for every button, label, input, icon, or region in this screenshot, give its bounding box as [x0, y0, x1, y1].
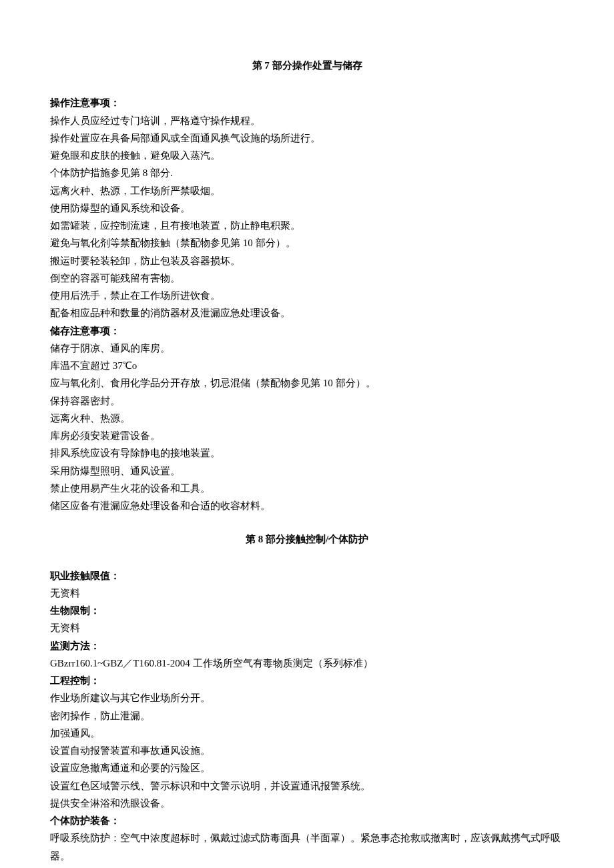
storage-line: 库房必须安装避雷设备。	[50, 427, 564, 444]
storage-line: 保持容器密封。	[50, 392, 564, 410]
engineering-line: 作业场所建议与其它作业场所分开。	[50, 689, 564, 707]
section-7-title: 第 7 部分操作处置与储存	[50, 57, 564, 74]
operation-line: 配备相应品种和数量的消防器材及泄漏应急处理设备。	[50, 304, 564, 322]
operation-line: 操作处置应在具备局部通风或全面通风换气设施的场所进行。	[50, 129, 564, 147]
storage-line: 应与氧化剂、食用化学品分开存放，切忌混储（禁配物参见第 10 部分）。	[50, 374, 564, 392]
storage-line: 禁止使用易产生火花的设备和工具。	[50, 480, 564, 497]
engineering-line: 提供安全淋浴和洗眼设备。	[50, 795, 564, 812]
operation-heading: 操作注意事项：	[50, 94, 564, 111]
biological-heading: 生物限制：	[50, 602, 564, 619]
engineering-line: 加强通风。	[50, 725, 564, 742]
operation-line: 操作人员应经过专门培训，严格遵守操作规程。	[50, 112, 564, 129]
operation-line: 使用后洗手，禁止在工作场所进饮食。	[50, 287, 564, 304]
ppe-line: 手防护：戴橡胶耐油手套。	[50, 865, 564, 868]
monitoring-heading: 监测方法：	[50, 637, 564, 655]
biological-line: 无资料	[50, 619, 564, 636]
storage-line: 远离火种、热源。	[50, 410, 564, 427]
ppe: 个体防护装备： 呼吸系统防护：空气中浓度超标时，佩戴过滤式防毒面具（半面罩）。紧…	[50, 812, 564, 868]
section-8: 第 8 部分接触控制/个体防护 职业接触限值： 无资料 生物限制： 无资料 监测…	[50, 530, 564, 868]
occupational-line: 无资料	[50, 584, 564, 602]
storage-line: 库温不宜超过 37℃o	[50, 357, 564, 374]
operation-line: 避免眼和皮肤的接触，避免吸入蒸汽。	[50, 147, 564, 164]
operation-line: 如需罐装，应控制流速，且有接地装置，防止静电积聚。	[50, 217, 564, 234]
engineering-line: 设置应急撤离通道和必要的污险区。	[50, 759, 564, 777]
operation-line: 使用防爆型的通风系统和设备。	[50, 199, 564, 217]
ppe-line: 呼吸系统防护：空气中浓度超标时，佩戴过滤式防毒面具（半面罩）。紧急事态抢救或撤离…	[50, 829, 564, 865]
storage-line: 排风系统应设有导除静电的接地装置。	[50, 444, 564, 462]
engineering-heading: 工程控制：	[50, 672, 564, 689]
operation-precautions: 操作注意事项： 操作人员应经过专门培训，严格遵守操作规程。 操作处置应在具备局部…	[50, 94, 564, 322]
occupational-heading: 职业接触限值：	[50, 567, 564, 584]
engineering-line: 密闭操作，防止泄漏。	[50, 707, 564, 725]
engineering-line: 设置红色区域警示线、警示标识和中文警示说明，并设置通讯报警系统。	[50, 777, 564, 795]
monitoring-method: 监测方法： GBzrr160.1~GBZ／T160.81-2004 工作场所空气…	[50, 637, 564, 673]
storage-line: 储区应备有泄漏应急处理设备和合适的收容材料。	[50, 497, 564, 514]
ppe-heading: 个体防护装备：	[50, 812, 564, 829]
storage-line: 采用防爆型照明、通风设置。	[50, 462, 564, 480]
engineering-control: 工程控制： 作业场所建议与其它作业场所分开。 密闭操作，防止泄漏。 加强通风。 …	[50, 672, 564, 812]
occupational-exposure: 职业接触限值： 无资料	[50, 567, 564, 602]
monitoring-line: GBzrr160.1~GBZ／T160.81-2004 工作场所空气有毒物质测定…	[50, 655, 564, 672]
section-8-title: 第 8 部分接触控制/个体防护	[50, 530, 564, 548]
engineering-line: 设置自动报警装置和事故通风设施。	[50, 742, 564, 759]
biological-limit: 生物限制： 无资料	[50, 602, 564, 637]
operation-line: 远离火种、热源，工作场所严禁吸烟。	[50, 182, 564, 199]
section-7: 第 7 部分操作处置与储存 操作注意事项： 操作人员应经过专门培训，严格遵守操作…	[50, 57, 564, 514]
operation-line: 搬运时要轻装轻卸，防止包装及容器损坏。	[50, 252, 564, 270]
storage-heading: 储存注意事项：	[50, 322, 564, 340]
storage-line: 储存于阴凉、通风的库房。	[50, 340, 564, 357]
storage-precautions: 储存注意事项： 储存于阴凉、通风的库房。 库温不宜超过 37℃o 应与氧化剂、食…	[50, 322, 564, 515]
operation-line: 个体防护措施参见第 8 部分.	[50, 164, 564, 181]
operation-line: 避免与氧化剂等禁配物接触（禁配物参见第 10 部分）。	[50, 234, 564, 252]
operation-line: 倒空的容器可能残留有害物。	[50, 270, 564, 287]
